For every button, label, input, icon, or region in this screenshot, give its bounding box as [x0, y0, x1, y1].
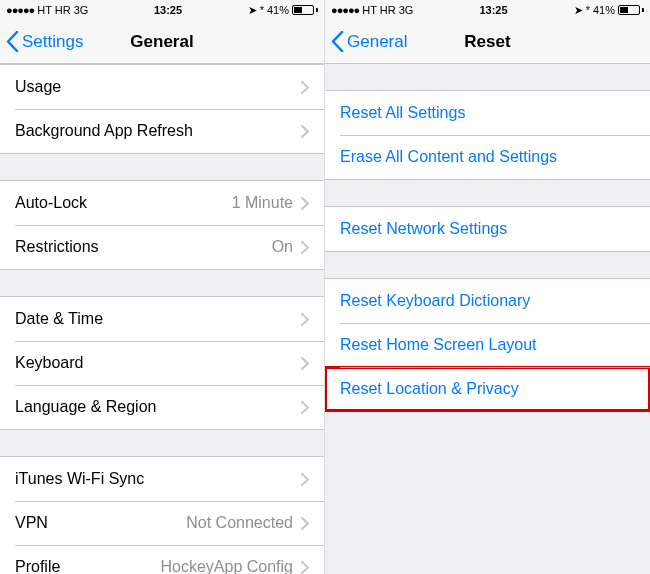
network-label: 3G: [74, 4, 89, 16]
chevron-right-icon: [301, 561, 309, 574]
row-keyboard[interactable]: Keyboard: [0, 341, 324, 385]
row-itunes-wi-fi-sync[interactable]: iTunes Wi-Fi Sync: [0, 457, 324, 501]
chevron-right-icon: [301, 357, 309, 370]
back-label: General: [347, 32, 407, 52]
network-label: 3G: [399, 4, 414, 16]
row-label: Language & Region: [15, 398, 301, 416]
chevron-right-icon: [301, 197, 309, 210]
carrier-label: HT HR: [362, 4, 395, 16]
row-label: Restrictions: [15, 238, 272, 256]
back-button[interactable]: Settings: [0, 31, 83, 52]
row-value: 1 Minute: [232, 194, 293, 212]
status-time: 13:25: [154, 4, 182, 16]
row-label: Keyboard: [15, 354, 301, 372]
chevron-right-icon: [301, 401, 309, 414]
chevron-right-icon: [301, 241, 309, 254]
row-profile[interactable]: ProfileHockeyApp Config: [0, 545, 324, 574]
status-time: 13:25: [479, 4, 507, 16]
settings-group: Auto-Lock1 MinuteRestrictionsOn: [0, 180, 324, 270]
row-reset-location-privacy[interactable]: Reset Location & Privacy: [325, 367, 650, 411]
location-icon: ➤: [574, 4, 583, 17]
row-background-app-refresh[interactable]: Background App Refresh: [0, 109, 324, 153]
row-restrictions[interactable]: RestrictionsOn: [0, 225, 324, 269]
row-label: Reset Network Settings: [340, 220, 635, 238]
chevron-right-icon: [301, 517, 309, 530]
location-icon: ➤: [248, 4, 257, 17]
row-label: Date & Time: [15, 310, 301, 328]
row-date-time[interactable]: Date & Time: [0, 297, 324, 341]
row-label: Erase All Content and Settings: [340, 148, 635, 166]
settings-group: Reset All SettingsErase All Content and …: [325, 90, 650, 180]
phone-general: ●●●●● HT HR 3G 13:25 ➤ * 41% Settings Ge…: [0, 0, 325, 574]
row-auto-lock[interactable]: Auto-Lock1 Minute: [0, 181, 324, 225]
row-usage[interactable]: Usage: [0, 65, 324, 109]
row-language-region[interactable]: Language & Region: [0, 385, 324, 429]
chevron-right-icon: [301, 81, 309, 94]
settings-group: Reset Network Settings: [325, 206, 650, 252]
settings-group: UsageBackground App Refresh: [0, 64, 324, 154]
row-label: Usage: [15, 78, 301, 96]
signal-dots-icon: ●●●●●: [331, 4, 359, 16]
row-label: VPN: [15, 514, 186, 532]
chevron-right-icon: [301, 125, 309, 138]
row-label: Reset All Settings: [340, 104, 635, 122]
chevron-left-icon: [331, 31, 344, 52]
signal-dots-icon: ●●●●●: [6, 4, 34, 16]
bluetooth-icon: *: [586, 4, 590, 16]
row-reset-all-settings[interactable]: Reset All Settings: [325, 91, 650, 135]
row-value: HockeyApp Config: [160, 558, 293, 574]
row-label: iTunes Wi-Fi Sync: [15, 470, 301, 488]
row-value: Not Connected: [186, 514, 293, 532]
row-label: Auto-Lock: [15, 194, 232, 212]
row-erase-all-content-and-settings[interactable]: Erase All Content and Settings: [325, 135, 650, 179]
nav-bar: Settings General: [0, 20, 324, 64]
battery-icon: [292, 5, 318, 15]
settings-group: Date & TimeKeyboardLanguage & Region: [0, 296, 324, 430]
battery-icon: [618, 5, 644, 15]
row-label: Reset Home Screen Layout: [340, 336, 635, 354]
row-label: Profile: [15, 558, 160, 574]
row-label: Background App Refresh: [15, 122, 301, 140]
battery-percent: 41%: [593, 4, 615, 16]
nav-bar: General Reset: [325, 20, 650, 64]
row-label: Reset Location & Privacy: [340, 380, 635, 398]
row-reset-network-settings[interactable]: Reset Network Settings: [325, 207, 650, 251]
chevron-left-icon: [6, 31, 19, 52]
settings-group: iTunes Wi-Fi SyncVPNNot ConnectedProfile…: [0, 456, 324, 574]
row-reset-home-screen-layout[interactable]: Reset Home Screen Layout: [325, 323, 650, 367]
bluetooth-icon: *: [260, 4, 264, 16]
row-value: On: [272, 238, 293, 256]
row-vpn[interactable]: VPNNot Connected: [0, 501, 324, 545]
row-label: Reset Keyboard Dictionary: [340, 292, 635, 310]
back-button[interactable]: General: [325, 31, 407, 52]
phone-reset: ●●●●● HT HR 3G 13:25 ➤ * 41% General Res…: [325, 0, 650, 574]
settings-group: Reset Keyboard DictionaryReset Home Scre…: [325, 278, 650, 412]
carrier-label: HT HR: [37, 4, 70, 16]
row-reset-keyboard-dictionary[interactable]: Reset Keyboard Dictionary: [325, 279, 650, 323]
reset-list[interactable]: Reset All SettingsErase All Content and …: [325, 64, 650, 574]
settings-list[interactable]: UsageBackground App RefreshAuto-Lock1 Mi…: [0, 64, 324, 574]
chevron-right-icon: [301, 313, 309, 326]
chevron-right-icon: [301, 473, 309, 486]
battery-percent: 41%: [267, 4, 289, 16]
status-bar: ●●●●● HT HR 3G 13:25 ➤ * 41%: [325, 0, 650, 20]
back-label: Settings: [22, 32, 83, 52]
status-bar: ●●●●● HT HR 3G 13:25 ➤ * 41%: [0, 0, 324, 20]
